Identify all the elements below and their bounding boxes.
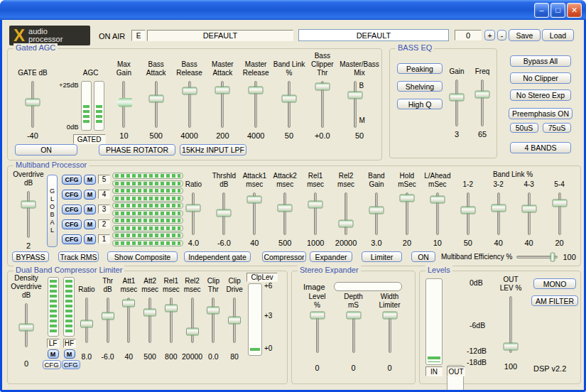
bass-eq-mode-button[interactable]: High Q [397, 99, 443, 109]
band-mute-button[interactable]: M [84, 190, 96, 200]
slider-track[interactable] [27, 191, 30, 238]
slider-track[interactable] [85, 298, 88, 343]
limiter-button[interactable]: Limiter [362, 251, 402, 262]
slider-thumb[interactable] [21, 200, 36, 208]
slider-thumb[interactable] [165, 304, 178, 312]
hf-cfg-button[interactable]: CFG [62, 360, 80, 369]
slider-thumb[interactable] [186, 328, 199, 336]
slider-track[interactable] [406, 192, 408, 235]
band-cfg-button[interactable]: CFG [62, 175, 82, 185]
slider-thumb[interactable] [247, 196, 262, 204]
slider-thumb[interactable] [249, 86, 264, 94]
bass-eq-mode-button[interactable]: Peaking [397, 63, 443, 74]
slider-track[interactable] [558, 192, 561, 235]
slider-track[interactable] [107, 298, 109, 343]
multiband-bypass-button[interactable]: BYPASS [12, 251, 49, 262]
band-cfg-button[interactable]: CFG [62, 190, 82, 200]
slider-thumb[interactable] [348, 91, 363, 99]
independent-gate-button[interactable]: Independent gate [184, 251, 251, 262]
slider-thumb[interactable] [315, 83, 330, 91]
minimize-button[interactable]: – [534, 3, 549, 18]
slider-thumb[interactable] [148, 95, 163, 103]
slider-track[interactable] [170, 298, 173, 343]
compressor-button[interactable]: Compressor [262, 251, 306, 262]
slider-track[interactable] [481, 80, 484, 126]
slider-track[interactable] [155, 81, 158, 128]
slider-thumb[interactable] [450, 94, 465, 102]
slider-thumb[interactable] [475, 91, 490, 99]
slider-thumb[interactable] [460, 207, 475, 214]
slider-track[interactable] [222, 192, 225, 235]
slider-thumb[interactable] [25, 99, 40, 107]
slider-thumb[interactable] [369, 207, 384, 214]
slider-track[interactable] [436, 192, 439, 235]
maximize-button[interactable]: □ [550, 3, 565, 18]
preset-minus-button[interactable]: - [497, 30, 506, 40]
slider-track[interactable] [212, 298, 215, 343]
preemphasis-button[interactable]: Preemphasis ON [509, 108, 573, 119]
slider-thumb[interactable] [80, 320, 93, 327]
efficiency-slider-thumb[interactable] [550, 252, 555, 261]
global-button[interactable]: GLOBAL [47, 175, 58, 247]
multiband-on-button[interactable]: ON [411, 251, 435, 262]
slider-track[interactable] [321, 81, 324, 128]
slider-track[interactable] [352, 313, 355, 353]
slider-thumb[interactable] [217, 209, 232, 217]
no-stereo-exp-button[interactable]: No Stereo Exp [510, 89, 571, 101]
slider-track[interactable] [253, 192, 256, 235]
save-button[interactable]: Save [509, 29, 541, 41]
slider-track[interactable] [122, 81, 125, 128]
slider-thumb[interactable] [339, 219, 354, 227]
slider-thumb[interactable] [310, 312, 325, 320]
slider-track[interactable] [467, 192, 470, 235]
slider-track[interactable] [31, 81, 34, 128]
slider-track[interactable] [25, 303, 28, 347]
close-button[interactable]: ✕ [567, 3, 582, 18]
mono-button[interactable]: MONO [533, 278, 576, 289]
preset-plus-button[interactable]: + [484, 30, 495, 40]
slider-thumb[interactable] [278, 204, 293, 212]
slider-thumb[interactable] [122, 300, 135, 307]
slider-thumb[interactable] [281, 95, 296, 103]
bypass-all-button[interactable]: Bypass All [510, 55, 571, 67]
slider-thumb[interactable] [143, 308, 156, 316]
lf-mute-button[interactable]: M [48, 349, 59, 359]
am-filter-button[interactable]: AM FILTER [531, 295, 578, 306]
slider-track[interactable] [254, 81, 257, 128]
lf-cfg-button[interactable]: CFG [43, 360, 61, 369]
slider-thumb[interactable] [215, 86, 230, 94]
slider-track[interactable] [314, 192, 317, 235]
slider-thumb[interactable] [207, 307, 219, 315]
slider-thumb[interactable] [399, 194, 414, 202]
input-lpf-button[interactable]: 15KHz INPUT LPF [180, 144, 246, 156]
expander-button[interactable]: Expander [310, 251, 352, 262]
slider-thumb[interactable] [552, 199, 567, 207]
band-mute-button[interactable]: M [84, 175, 96, 185]
band-cfg-button[interactable]: CFG [62, 234, 82, 244]
slider-thumb[interactable] [19, 324, 34, 332]
slider-thumb[interactable] [346, 312, 361, 320]
slider-thumb[interactable] [102, 312, 114, 320]
slider-track[interactable] [191, 298, 194, 343]
efficiency-slider-track[interactable] [516, 256, 558, 258]
slider-thumb[interactable] [504, 343, 519, 351]
band-mute-button[interactable]: M [84, 219, 96, 229]
band-mute-button[interactable]: M [84, 205, 96, 214]
agc-on-button[interactable]: ON [15, 144, 77, 156]
slider-track[interactable] [148, 298, 151, 343]
slider-thumb[interactable] [186, 204, 201, 212]
50us-button[interactable]: 50uS [510, 123, 538, 133]
slider-track[interactable] [283, 192, 286, 235]
slider-track[interactable] [354, 81, 357, 128]
slider-track[interactable] [375, 192, 378, 235]
bass-eq-mode-button[interactable]: Shelving [397, 81, 443, 92]
slider-thumb[interactable] [382, 312, 397, 320]
band-cfg-button[interactable]: CFG [62, 205, 82, 214]
slider-thumb[interactable] [228, 317, 241, 325]
slider-track[interactable] [455, 80, 458, 126]
slider-track[interactable] [497, 192, 500, 235]
slider-track[interactable] [316, 313, 319, 353]
slider-track[interactable] [233, 298, 236, 343]
show-composite-button[interactable]: Show Composite [107, 251, 178, 262]
slider-track[interactable] [288, 81, 291, 128]
